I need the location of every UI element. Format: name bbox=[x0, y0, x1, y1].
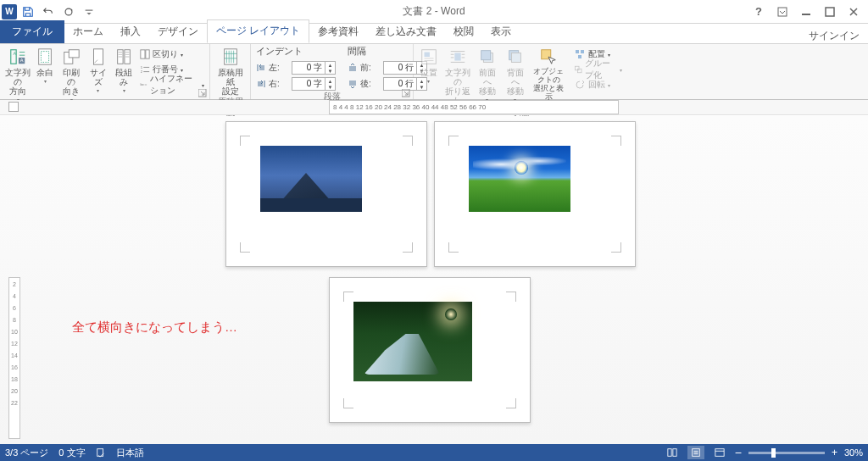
send-back-label: 背面へ 移動 bbox=[504, 68, 526, 96]
svg-rect-38 bbox=[673, 449, 676, 457]
svg-text:A: A bbox=[20, 58, 24, 63]
indent-right-input[interactable]: 0 字▲▼ bbox=[292, 77, 336, 91]
tab-home[interactable]: ホーム bbox=[64, 21, 112, 43]
image-sun-field[interactable] bbox=[469, 146, 570, 212]
vertical-ruler[interactable]: 246810121416182022 bbox=[8, 277, 20, 439]
manuscript-settings-button[interactable]: 原稿用紙 設定 bbox=[215, 46, 245, 96]
indent-right-icon bbox=[256, 79, 266, 89]
margins-icon bbox=[36, 47, 54, 66]
columns-icon bbox=[114, 47, 133, 66]
window-controls: ? bbox=[748, 3, 868, 21]
status-word-count[interactable]: 0 文字 bbox=[58, 447, 85, 459]
svg-rect-24 bbox=[424, 53, 429, 58]
page-2[interactable] bbox=[434, 121, 636, 267]
zoom-level[interactable]: 30% bbox=[844, 447, 863, 458]
orientation-label: 印刷の 向き bbox=[60, 68, 83, 96]
status-page[interactable]: 3/3 ページ bbox=[5, 447, 48, 459]
manuscript-label: 原稿用紙 設定 bbox=[215, 68, 245, 96]
zoom-out-button[interactable]: − bbox=[735, 446, 742, 459]
tab-page-layout[interactable]: ページ レイアウト bbox=[207, 19, 309, 43]
selection-pane-button[interactable]: オブジェクトの 選択と表示 bbox=[531, 46, 565, 102]
qat-customize[interactable] bbox=[80, 3, 98, 21]
help-button[interactable]: ? bbox=[748, 3, 770, 21]
tab-mailings[interactable]: 差し込み文書 bbox=[367, 21, 445, 43]
indent-right-label: 右: bbox=[269, 78, 289, 90]
rotate-label: 回転 bbox=[588, 79, 605, 91]
group-objects-button: グループ化 ▾ bbox=[572, 63, 624, 76]
page-1[interactable] bbox=[225, 121, 427, 267]
svg-text:A: A bbox=[14, 51, 17, 56]
indent-header: インデント bbox=[256, 46, 336, 58]
margins-label: 余白 bbox=[36, 68, 53, 77]
paragraph-launcher[interactable] bbox=[402, 89, 410, 97]
status-proofing[interactable] bbox=[96, 447, 106, 458]
page-setup-launcher[interactable] bbox=[198, 89, 207, 97]
view-web-layout[interactable] bbox=[711, 446, 728, 459]
ribbon-options-button[interactable] bbox=[771, 3, 793, 21]
text-direction-icon: AA bbox=[8, 47, 27, 66]
horizontal-ruler[interactable]: 8 4 4 8 12 16 20 24 28 32 36 40 44 48 52… bbox=[329, 100, 619, 114]
selection-pane-label: オブジェクトの 選択と表示 bbox=[531, 68, 565, 102]
svg-rect-29 bbox=[511, 53, 520, 62]
breaks-button[interactable]: 区切り ▾ bbox=[140, 47, 204, 61]
hyphenation-button[interactable]: bcハイフネーション ▾ bbox=[140, 78, 204, 92]
indent-left-value: 0 字 bbox=[292, 62, 325, 74]
view-print-layout[interactable] bbox=[687, 446, 704, 459]
close-button[interactable] bbox=[843, 3, 865, 21]
tab-insert[interactable]: 挿入 bbox=[112, 21, 149, 43]
undo-button[interactable] bbox=[39, 3, 58, 21]
image-forest-stream[interactable] bbox=[353, 302, 472, 381]
svg-text:2: 2 bbox=[141, 69, 143, 74]
columns-button[interactable]: 段組み▾ bbox=[114, 46, 136, 94]
document-title: 文書 2 - Word bbox=[403, 4, 465, 19]
indent-left-label: 左: bbox=[269, 62, 289, 74]
document-canvas[interactable]: 246810121416182022 全て横向きになってしまう… bbox=[0, 116, 868, 444]
tab-review[interactable]: 校閲 bbox=[445, 21, 482, 43]
tab-view[interactable]: 表示 bbox=[482, 21, 520, 43]
view-read-mode[interactable] bbox=[664, 446, 681, 459]
status-bar: 3/3 ページ 0 文字 日本語 − + 30% bbox=[0, 444, 868, 461]
tab-selector[interactable] bbox=[8, 102, 19, 112]
columns-label: 段組み bbox=[114, 68, 136, 86]
size-button[interactable]: サイズ▾ bbox=[88, 46, 108, 94]
titlebar: W 文書 2 - Word ? bbox=[0, 0, 868, 24]
redo-button[interactable] bbox=[59, 3, 78, 21]
ruler-strip: 8 4 4 8 12 16 20 24 28 32 36 40 44 48 52… bbox=[0, 100, 868, 115]
group-arrange: 位置▾ 文字列の 折り返し▾ 前面へ 移動▾ 背面へ 移動▾ オブジェクトの 選… bbox=[414, 44, 629, 99]
margins-button[interactable]: 余白▾ bbox=[36, 46, 55, 85]
svg-text:bc: bc bbox=[141, 82, 145, 86]
tab-file[interactable]: ファイル bbox=[0, 20, 64, 43]
image-mountain[interactable] bbox=[260, 146, 362, 212]
rotate-button: 回転 ▾ bbox=[572, 78, 624, 92]
svg-rect-27 bbox=[481, 51, 491, 60]
save-button[interactable] bbox=[19, 3, 37, 21]
tab-design[interactable]: デザイン bbox=[149, 21, 207, 43]
manuscript-icon bbox=[221, 47, 240, 66]
minimize-button[interactable] bbox=[795, 3, 817, 21]
maximize-button[interactable] bbox=[819, 3, 841, 21]
bring-forward-label: 前面へ 移動 bbox=[476, 68, 498, 96]
status-language[interactable]: 日本語 bbox=[116, 447, 144, 459]
svg-rect-25 bbox=[454, 53, 460, 60]
position-icon bbox=[420, 47, 438, 66]
svg-rect-3 bbox=[826, 8, 834, 16]
zoom-in-button[interactable]: + bbox=[832, 447, 837, 458]
svg-rect-8 bbox=[39, 49, 52, 64]
selection-pane-icon bbox=[539, 47, 558, 66]
indent-left-input[interactable]: 0 字▲▼ bbox=[292, 61, 336, 75]
sign-in-link[interactable]: サインイン bbox=[809, 29, 868, 43]
annotation-text: 全て横向きになってしまう… bbox=[72, 319, 237, 336]
hyphenation-label: ハイフネーション bbox=[150, 73, 199, 97]
svg-rect-33 bbox=[578, 55, 581, 58]
text-direction-button[interactable]: AA 文字列の 方向▾ bbox=[5, 46, 31, 103]
orientation-button[interactable]: 印刷の 向き▾ bbox=[60, 46, 83, 103]
quick-access-toolbar: W bbox=[0, 3, 98, 21]
svg-rect-37 bbox=[668, 449, 671, 457]
zoom-slider[interactable] bbox=[748, 452, 825, 454]
group-paragraph: インデント 左: 0 字▲▼ 右: 0 字▲▼ 間隔 bbox=[251, 44, 414, 99]
indent-left-row: 左: 0 字▲▼ bbox=[256, 61, 336, 75]
page-3[interactable] bbox=[329, 277, 531, 423]
tab-references[interactable]: 参考資料 bbox=[309, 21, 367, 43]
svg-rect-11 bbox=[69, 50, 79, 58]
svg-rect-32 bbox=[581, 50, 584, 53]
